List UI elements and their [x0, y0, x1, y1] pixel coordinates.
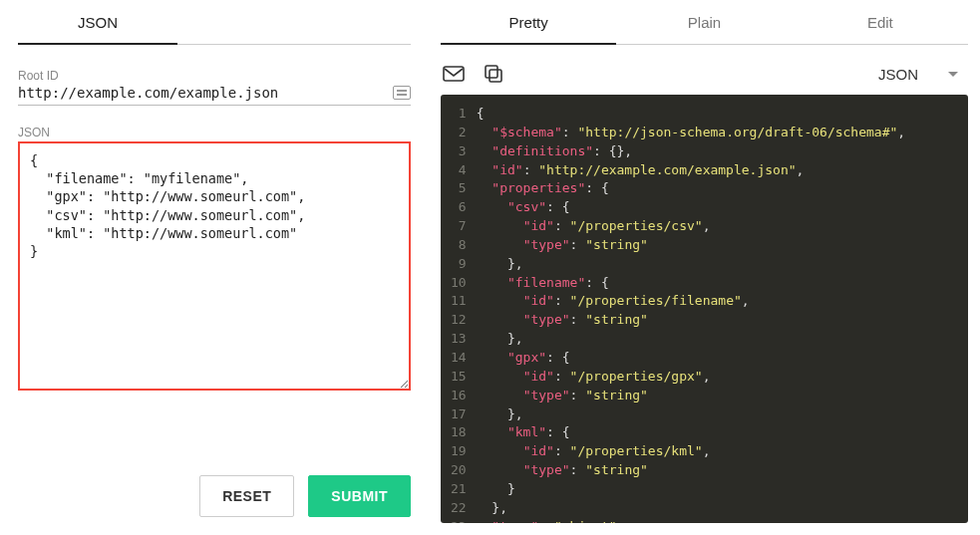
json-textarea[interactable]: [18, 141, 411, 391]
code-line: "type": "string": [477, 311, 958, 330]
code-line: },: [477, 405, 958, 424]
tab-edit[interactable]: Edit: [793, 0, 968, 44]
code-line: "kml": {: [477, 423, 958, 442]
tab-pretty[interactable]: Pretty: [441, 0, 616, 45]
tab-json[interactable]: JSON: [18, 0, 177, 45]
code-line: "id": "/properties/gpx",: [477, 368, 958, 387]
toolbar-left: [443, 63, 504, 85]
button-row: RESET SUBMIT: [18, 451, 411, 517]
rootid-row: [18, 85, 411, 106]
left-tabs: JSON: [18, 0, 411, 45]
svg-rect-0: [444, 67, 464, 81]
json-label: JSON: [18, 126, 411, 139]
copy-icon[interactable]: [483, 63, 504, 85]
code-line: },: [477, 499, 958, 518]
code-line: "csv": {: [477, 198, 958, 217]
output-toolbar: JSON: [441, 59, 968, 95]
code-line: },: [477, 330, 958, 349]
code-lines[interactable]: { "$schema": "http://json-schema.org/dra…: [477, 105, 968, 513]
chevron-down-icon: [948, 72, 958, 77]
reset-button[interactable]: RESET: [199, 475, 294, 517]
code-line: "$schema": "http://json-schema.org/draft…: [477, 124, 958, 142]
code-line: "id": "/properties/kml",: [477, 442, 958, 461]
svg-rect-1: [490, 70, 501, 82]
svg-rect-2: [486, 66, 497, 78]
code-line: "type": "string": [477, 387, 958, 405]
format-select[interactable]: JSON: [878, 66, 966, 83]
code-line: "id": "/properties/filename",: [477, 292, 958, 311]
code-line: "filename": {: [477, 274, 958, 293]
line-gutter: 123456789101112131415161718192021222324: [441, 105, 477, 513]
rootid-label: Root ID: [18, 69, 411, 83]
right-tabs: Pretty Plain Edit: [441, 0, 968, 45]
code-line: "type": "string": [477, 461, 958, 480]
left-panel: JSON Root ID JSON RESET SUBMIT: [0, 0, 429, 535]
submit-button[interactable]: SUBMIT: [308, 475, 411, 517]
code-line: "properties": {: [477, 179, 958, 198]
tab-plain[interactable]: Plain: [616, 0, 792, 44]
code-output: 123456789101112131415161718192021222324 …: [441, 95, 968, 523]
code-line: }: [477, 480, 958, 499]
code-line: "type": "string": [477, 236, 958, 255]
code-line: "id": "http://example.com/example.json",: [477, 161, 958, 180]
rootid-input[interactable]: [18, 85, 393, 101]
right-panel: Pretty Plain Edit JSON 12345678910111213…: [429, 0, 980, 535]
code-line: "id": "/properties/csv",: [477, 217, 958, 236]
format-selected-label: JSON: [878, 66, 918, 83]
code-line: "type": "object": [477, 518, 958, 523]
code-line: "gpx": {: [477, 349, 958, 368]
id-card-icon[interactable]: [393, 86, 411, 100]
mail-icon[interactable]: [443, 63, 465, 85]
code-line: "definitions": {},: [477, 142, 958, 161]
code-line: {: [477, 105, 958, 124]
code-line: },: [477, 255, 958, 274]
